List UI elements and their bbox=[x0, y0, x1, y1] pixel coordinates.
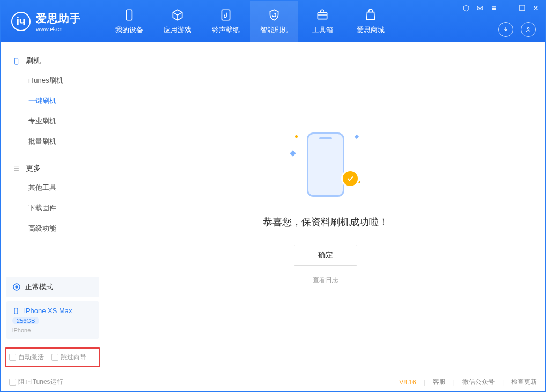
checkbox-skip-guide[interactable]: 跳过向导 bbox=[51, 353, 86, 362]
tab-toolbox[interactable]: 工具箱 bbox=[298, 1, 346, 42]
app-header: iч 爱思助手 www.i4.cn 我的设备 应用游戏 铃声壁纸 智能刷机 工具… bbox=[1, 1, 545, 42]
device-phone-icon bbox=[12, 307, 20, 315]
logo-section: iч 爱思助手 www.i4.cn bbox=[1, 1, 105, 42]
tab-label: 铃声壁纸 bbox=[212, 25, 240, 35]
app-title: 爱思助手 bbox=[36, 11, 81, 26]
toolbox-icon bbox=[315, 8, 329, 22]
device-name: iPhone XS Max bbox=[24, 307, 72, 315]
device-mode-label: 正常模式 bbox=[25, 282, 53, 292]
sparkle-icon bbox=[354, 134, 358, 138]
checkbox-block-itunes[interactable]: 阻止iTunes运行 bbox=[9, 378, 63, 387]
section-label: 更多 bbox=[26, 164, 41, 173]
window-controls: ⬡ ✉ ≡ — ☐ ✕ bbox=[462, 4, 540, 12]
tab-apps-games[interactable]: 应用游戏 bbox=[153, 1, 202, 42]
tab-label: 我的设备 bbox=[115, 25, 143, 35]
success-message: 恭喜您，保资料刷机成功啦！ bbox=[263, 216, 388, 228]
account-button[interactable] bbox=[521, 22, 536, 37]
status-bar: 阻止iTunes运行 V8.16 | 客服 | 微信公众号 | 检查更新 bbox=[1, 372, 545, 392]
tab-label: 应用游戏 bbox=[164, 25, 191, 35]
ok-button[interactable]: 确定 bbox=[294, 245, 357, 266]
app-subtitle: www.i4.cn bbox=[36, 26, 81, 32]
sidebar-item-oneclick-flash[interactable]: 一键刷机 bbox=[1, 91, 105, 111]
feedback-icon[interactable]: ✉ bbox=[476, 4, 484, 12]
device-type: iPhone bbox=[12, 327, 93, 334]
section-label: 刷机 bbox=[26, 56, 41, 66]
svg-point-3 bbox=[527, 28, 529, 30]
device-name-row: iPhone XS Max bbox=[12, 307, 93, 315]
svg-rect-7 bbox=[14, 308, 18, 314]
close-button[interactable]: ✕ bbox=[532, 4, 540, 12]
checkbox-icon bbox=[9, 379, 16, 386]
tab-store[interactable]: 爱思商城 bbox=[346, 1, 395, 42]
refresh-shield-icon bbox=[267, 8, 281, 22]
tab-label: 智能刷机 bbox=[260, 25, 288, 35]
user-icon bbox=[525, 26, 532, 33]
checkbox-label: 自动激活 bbox=[18, 353, 44, 362]
download-icon bbox=[502, 26, 510, 33]
support-link[interactable]: 客服 bbox=[433, 378, 446, 387]
separator: | bbox=[424, 379, 425, 386]
app-logo-icon: iч bbox=[11, 12, 31, 31]
svg-rect-1 bbox=[222, 10, 230, 20]
body-area: 刷机 iTunes刷机 一键刷机 专业刷机 批量刷机 更多 其他工具 下载固件 … bbox=[1, 42, 545, 372]
header-right-actions bbox=[498, 22, 536, 37]
footer-right: V8.16 | 客服 | 微信公众号 | 检查更新 bbox=[399, 378, 537, 387]
phone-outline-icon bbox=[12, 57, 20, 65]
flash-options-highlight: 自动激活 跳过向导 bbox=[5, 347, 100, 367]
phone-icon bbox=[122, 8, 136, 22]
check-update-link[interactable]: 检查更新 bbox=[511, 378, 537, 387]
tab-label: 工具箱 bbox=[312, 25, 333, 35]
checkbox-auto-activate[interactable]: 自动激活 bbox=[9, 353, 44, 362]
cube-icon bbox=[171, 8, 185, 22]
svg-point-6 bbox=[16, 286, 18, 288]
minimize-button[interactable]: — bbox=[504, 4, 512, 12]
sidebar-item-other-tools[interactable]: 其他工具 bbox=[1, 177, 105, 198]
device-capacity-badge: 256GB bbox=[12, 317, 39, 324]
tab-ringtone-wallpaper[interactable]: 铃声壁纸 bbox=[202, 1, 250, 42]
device-info-card[interactable]: iPhone XS Max 256GB iPhone bbox=[6, 301, 99, 339]
svg-rect-0 bbox=[127, 10, 132, 20]
sidebar-item-download-firmware[interactable]: 下载固件 bbox=[1, 198, 105, 218]
separator: | bbox=[453, 379, 455, 386]
success-check-badge-icon bbox=[341, 169, 359, 188]
device-mode-card[interactable]: 正常模式 bbox=[6, 277, 99, 297]
dot-icon bbox=[295, 135, 298, 138]
sidebar-item-advanced[interactable]: 高级功能 bbox=[1, 218, 105, 239]
main-content: 恭喜您，保资料刷机成功啦！ 确定 查看日志 bbox=[105, 42, 545, 372]
sidebar: 刷机 iTunes刷机 一键刷机 专业刷机 批量刷机 更多 其他工具 下载固件 … bbox=[1, 42, 105, 372]
checkbox-icon bbox=[9, 354, 16, 361]
version-label: V8.16 bbox=[399, 379, 416, 386]
menu-icon[interactable]: ≡ bbox=[490, 4, 498, 12]
tab-my-device[interactable]: 我的设备 bbox=[105, 1, 153, 42]
svg-rect-4 bbox=[14, 58, 18, 64]
tab-label: 爱思商城 bbox=[357, 25, 385, 35]
sidebar-item-pro-flash[interactable]: 专业刷机 bbox=[1, 111, 105, 131]
view-logs-link[interactable]: 查看日志 bbox=[313, 276, 338, 285]
sidebar-item-itunes-flash[interactable]: iTunes刷机 bbox=[1, 70, 105, 91]
theme-icon[interactable]: ⬡ bbox=[462, 4, 470, 12]
success-illustration bbox=[291, 130, 360, 199]
music-file-icon bbox=[219, 8, 233, 22]
logo-text: 爱思助手 www.i4.cn bbox=[36, 11, 81, 32]
svg-rect-2 bbox=[318, 13, 327, 19]
device-panel: 正常模式 iPhone XS Max 256GB iPhone bbox=[6, 277, 99, 339]
sidebar-item-batch-flash[interactable]: 批量刷机 bbox=[1, 131, 105, 152]
wechat-link[interactable]: 微信公众号 bbox=[462, 378, 495, 387]
sidebar-section-more: 更多 bbox=[1, 159, 105, 177]
checkbox-label: 阻止iTunes运行 bbox=[18, 378, 63, 387]
sidebar-nav: 刷机 iTunes刷机 一键刷机 专业刷机 批量刷机 更多 其他工具 下载固件 … bbox=[1, 42, 105, 277]
checkbox-label: 跳过向导 bbox=[61, 353, 86, 362]
mode-normal-icon bbox=[12, 283, 21, 291]
maximize-button[interactable]: ☐ bbox=[518, 4, 526, 12]
tab-smart-flash[interactable]: 智能刷机 bbox=[250, 1, 298, 42]
sparkle-icon bbox=[290, 150, 296, 156]
phone-illustration-icon bbox=[307, 132, 344, 197]
download-button[interactable] bbox=[498, 22, 513, 37]
sidebar-section-flash: 刷机 bbox=[1, 52, 105, 70]
separator: | bbox=[502, 379, 504, 386]
checkbox-icon bbox=[51, 354, 58, 361]
list-icon bbox=[12, 165, 20, 173]
shopping-bag-icon bbox=[364, 8, 378, 22]
main-tabs: 我的设备 应用游戏 铃声壁纸 智能刷机 工具箱 爱思商城 bbox=[105, 1, 395, 42]
